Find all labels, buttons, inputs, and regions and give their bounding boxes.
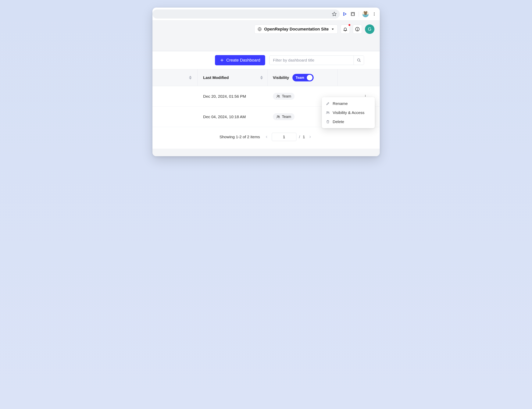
pencil-icon bbox=[326, 102, 330, 105]
profile-avatar[interactable] bbox=[362, 11, 369, 17]
extension-icon[interactable] bbox=[350, 11, 355, 17]
svg-point-19 bbox=[278, 95, 279, 96]
team-icon bbox=[276, 115, 280, 119]
toolbar: Create Dashboard bbox=[152, 51, 380, 69]
menu-rename-label: Rename bbox=[333, 101, 348, 106]
search-input[interactable] bbox=[270, 56, 354, 65]
browser-chrome bbox=[152, 8, 380, 20]
plus-icon bbox=[220, 58, 224, 62]
page-total: 1 bbox=[303, 135, 305, 139]
people-icon bbox=[326, 111, 330, 115]
help-button[interactable] bbox=[353, 25, 362, 34]
visibility-badge-label: Team bbox=[282, 115, 291, 119]
avatar-initial: G bbox=[368, 27, 371, 32]
visibility-badge: Team bbox=[273, 93, 295, 100]
user-avatar[interactable]: G bbox=[365, 24, 374, 34]
table-header: Last Modified Visibility Team bbox=[152, 69, 380, 86]
project-name: OpenReplay Documentation Site bbox=[264, 27, 329, 32]
separator bbox=[359, 11, 359, 17]
globe-icon bbox=[258, 27, 262, 31]
visibility-badge-label: Team bbox=[282, 94, 291, 98]
svg-point-4 bbox=[374, 15, 375, 16]
sort-icon[interactable] bbox=[260, 76, 263, 80]
search-button[interactable] bbox=[354, 56, 364, 65]
column-sort-blank bbox=[158, 69, 197, 86]
svg-point-26 bbox=[278, 116, 279, 117]
toggle-label: Team bbox=[295, 76, 304, 80]
visibility-toggle[interactable]: Team bbox=[292, 74, 314, 81]
svg-marker-6 bbox=[332, 28, 334, 30]
create-dashboard-label: Create Dashboard bbox=[226, 58, 261, 63]
svg-point-23 bbox=[327, 112, 328, 113]
page-input[interactable] bbox=[272, 133, 296, 141]
svg-point-3 bbox=[374, 14, 375, 14]
svg-marker-1 bbox=[344, 12, 346, 16]
column-visibility: Visibility Team bbox=[268, 69, 338, 86]
menu-delete-label: Delete bbox=[333, 120, 344, 124]
cell-last-modified: Dec 20, 2024, 01:56 PM bbox=[197, 94, 268, 99]
page-prev-button[interactable] bbox=[264, 134, 269, 139]
notifications-button[interactable] bbox=[341, 25, 350, 34]
menu-rename[interactable]: Rename bbox=[322, 99, 375, 108]
svg-marker-14 bbox=[189, 76, 192, 77]
page-next-button[interactable] bbox=[308, 134, 312, 139]
svg-point-2 bbox=[374, 12, 375, 13]
svg-marker-15 bbox=[189, 78, 192, 80]
omnibox[interactable] bbox=[152, 9, 340, 19]
caret-down-icon bbox=[331, 28, 335, 31]
svg-point-25 bbox=[277, 115, 278, 117]
sort-icon[interactable] bbox=[189, 76, 192, 80]
notification-dot bbox=[348, 24, 350, 26]
svg-marker-16 bbox=[260, 76, 263, 77]
column-visibility-label: Visibility bbox=[273, 75, 289, 80]
toggle-knob bbox=[307, 75, 312, 81]
pagination-summary: Showing 1-2 of 2 items bbox=[220, 135, 260, 139]
svg-point-9 bbox=[357, 30, 358, 30]
play-icon[interactable] bbox=[342, 12, 347, 16]
star-icon[interactable] bbox=[332, 11, 337, 17]
search-wrap bbox=[269, 56, 364, 65]
menu-visibility-access[interactable]: Visibility & Access bbox=[322, 108, 375, 117]
page-controls: / 1 bbox=[264, 133, 313, 141]
content-area: Create Dashboard Las bbox=[152, 51, 380, 156]
svg-marker-17 bbox=[260, 78, 263, 80]
chrome-actions bbox=[342, 11, 376, 17]
svg-point-12 bbox=[357, 59, 360, 61]
svg-point-21 bbox=[365, 96, 365, 97]
project-picker[interactable]: OpenReplay Documentation Site bbox=[254, 25, 337, 34]
column-last-modified[interactable]: Last Modified bbox=[197, 69, 268, 86]
app-window: OpenReplay Documentation Site G bbox=[152, 8, 380, 156]
team-icon bbox=[276, 94, 280, 98]
svg-point-20 bbox=[365, 95, 365, 95]
menu-delete[interactable]: Delete bbox=[322, 117, 375, 126]
svg-point-24 bbox=[328, 112, 329, 113]
svg-marker-0 bbox=[332, 12, 336, 16]
table-row: Dec 20, 2024, 01:56 PM Team bbox=[152, 86, 380, 107]
column-last-modified-label: Last Modified bbox=[203, 75, 229, 80]
trash-icon bbox=[326, 120, 330, 124]
kebab-icon[interactable] bbox=[372, 12, 376, 16]
pagination: Showing 1-2 of 2 items / 1 bbox=[152, 127, 380, 149]
app-header: OpenReplay Documentation Site G bbox=[152, 20, 380, 51]
page-separator: / bbox=[299, 135, 300, 139]
menu-visibility-label: Visibility & Access bbox=[333, 110, 364, 115]
row-context-menu: Rename Visibility & Access Delete bbox=[322, 97, 375, 128]
svg-line-13 bbox=[359, 61, 360, 62]
cell-last-modified: Dec 04, 2024, 10:18 AM bbox=[197, 115, 268, 119]
svg-point-18 bbox=[277, 95, 278, 96]
visibility-badge: Team bbox=[273, 113, 295, 120]
create-dashboard-button[interactable]: Create Dashboard bbox=[215, 55, 265, 65]
dashboards-card: Create Dashboard Las bbox=[152, 51, 380, 149]
